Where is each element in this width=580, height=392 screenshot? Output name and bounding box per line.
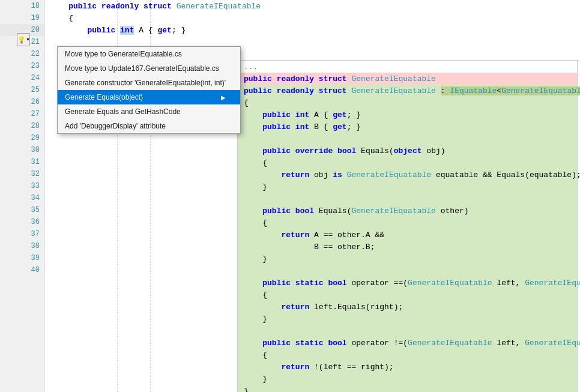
diff-line-equals-obj-close: } xyxy=(238,181,577,193)
diff-line-removed: public readonly struct GenerateIEquatabl… xyxy=(238,73,577,85)
line-number-40: 40 xyxy=(0,264,44,276)
menu-item-generate-equals[interactable]: Generate Equals(object) ▶ xyxy=(58,90,240,104)
line-number-28: 28 xyxy=(0,120,44,132)
line-number-35: 35 xyxy=(0,204,44,216)
menu-item-label: Move type to Update167.GenerateIEquatabl… xyxy=(65,64,219,73)
menu-item-add-debugger[interactable]: Add 'DebuggerDisplay' attribute xyxy=(58,119,240,133)
diff-line-prop-a: public int A { get; } xyxy=(238,109,577,121)
diff-ellipsis-top: ... xyxy=(238,61,577,73)
menu-item-label: Generate constructor 'GenerateIEquatable… xyxy=(65,79,226,87)
line-number-33: 33 xyxy=(0,180,44,192)
diff-line-op-eq-body: return left.Equals(right); xyxy=(238,301,577,313)
line-number-31: 31 xyxy=(0,156,44,168)
line-number-gutter: 18 19 20 21 22 23 24 25 26 27 28 29 30 3… xyxy=(0,0,45,392)
line-number-32: 32 xyxy=(0,168,44,180)
menu-item-label: Move type to GenerateIEquatable.cs xyxy=(65,50,182,58)
diff-line-equals-typed-open: { xyxy=(238,217,577,229)
menu-item-move-type-2[interactable]: Move type to Update167.GenerateIEquatabl… xyxy=(58,61,240,76)
diff-preview-panel: ... public readonly struct GenerateIEqua… xyxy=(237,60,578,392)
diff-line-op-neq-body: return !(left == right); xyxy=(238,361,577,373)
code-line-20: public int A { get; } xyxy=(45,24,580,36)
menu-item-generate-constructor[interactable]: Generate constructor 'GenerateIEquatable… xyxy=(58,76,240,90)
diff-line-op-neq-open: { xyxy=(238,349,577,361)
line-number-19: 19 xyxy=(0,12,44,24)
line-number-23: 23 xyxy=(0,60,44,72)
diff-line-return-a: return A == other.A && xyxy=(238,229,577,241)
diff-line-close-struct: } xyxy=(238,385,577,392)
line-number-25: 25 xyxy=(0,84,44,96)
menu-item-move-type-1[interactable]: Move type to GenerateIEquatable.cs xyxy=(58,47,240,61)
line-number-30: 30 xyxy=(0,144,44,156)
diff-line-equals-obj-open: { xyxy=(238,157,577,169)
diff-line-op-eq: public static bool operator ==(GenerateI… xyxy=(238,277,577,289)
line-number-38: 38 xyxy=(0,240,44,252)
menu-item-label: Add 'DebuggerDisplay' attribute xyxy=(65,122,166,130)
line-number-34: 34 xyxy=(0,192,44,204)
diff-line-blank3 xyxy=(238,265,577,277)
editor-container: 18 19 20 21 22 23 24 25 26 27 28 29 30 3… xyxy=(0,0,580,392)
diff-line-blank2 xyxy=(238,193,577,205)
line-number-27: 27 xyxy=(0,108,44,120)
code-line-18: public readonly struct GenerateIEquatabl… xyxy=(45,0,580,12)
submenu-arrow: ▶ xyxy=(221,94,226,101)
line-number-24: 24 xyxy=(0,72,44,84)
diff-line-prop-b: public int B { get; } xyxy=(238,121,577,133)
line-number-26: 26 xyxy=(0,96,44,108)
diff-line-return-b: B == other.B; xyxy=(238,241,577,253)
diff-line-equals-typed: public bool Equals(GenerateIEquatable ot… xyxy=(238,205,577,217)
menu-item-label: Generate Equals(object) xyxy=(65,93,143,101)
diff-line-blank1 xyxy=(238,133,577,145)
diff-line-equals-obj: public override bool Equals(object obj) xyxy=(238,145,577,157)
line-number-18: 18 xyxy=(0,0,44,12)
line-number-36: 36 xyxy=(0,216,44,228)
line-number-39: 39 xyxy=(0,252,44,264)
line-number-22: 22 xyxy=(0,48,44,60)
line-number-29: 29 xyxy=(0,132,44,144)
lightbulb-button[interactable]: 💡 xyxy=(17,33,30,46)
code-editor: public readonly struct GenerateIEquatabl… xyxy=(45,0,580,392)
menu-item-generate-equals-hashcode[interactable]: Generate Equals and GetHashCode xyxy=(58,104,240,119)
menu-item-label: Generate Equals and GetHashCode xyxy=(65,107,181,116)
diff-line-op-neq: public static bool operator !=(GenerateI… xyxy=(238,337,577,349)
diff-line-op-eq-close: } xyxy=(238,313,577,325)
diff-line-blank4 xyxy=(238,325,577,337)
diff-line-equals-obj-body: return obj is GenerateIEquatable equatab… xyxy=(238,169,577,181)
lightbulb-container: 💡 xyxy=(17,33,30,46)
context-menu: Move type to GenerateIEquatable.cs Move … xyxy=(57,46,241,134)
line-number-37: 37 xyxy=(0,228,44,240)
diff-line-op-neq-close: } xyxy=(238,373,577,385)
lightbulb-icon: 💡 xyxy=(17,36,26,44)
diff-line-brace-open: { xyxy=(238,97,577,109)
code-line-19: { xyxy=(45,12,580,24)
diff-line-equals-typed-close: } xyxy=(238,253,577,265)
diff-line-added: public readonly struct GenerateIEquatabl… xyxy=(238,85,577,97)
diff-line-op-eq-open: { xyxy=(238,289,577,301)
